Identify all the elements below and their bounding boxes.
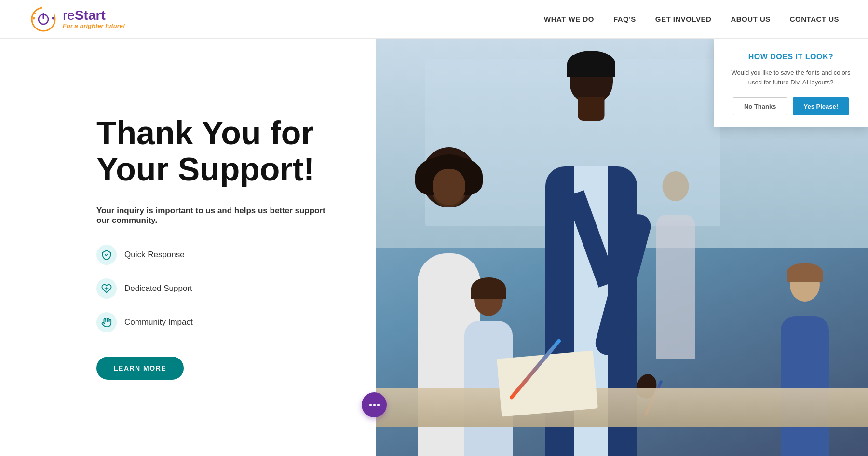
- hero-title: Thank You for Your Support!: [96, 115, 338, 187]
- svg-point-5: [52, 17, 54, 19]
- fab-dots: [369, 404, 380, 406]
- svg-point-3: [33, 17, 35, 19]
- svg-point-4: [34, 13, 36, 14]
- learn-more-button[interactable]: LEARN MORE: [96, 357, 184, 380]
- feature-quick-response: Quick Response: [96, 245, 338, 265]
- main-section: Thank You for Your Support! Your inquiry…: [0, 39, 868, 456]
- logo[interactable]: reStart For a brighter future!: [29, 5, 125, 34]
- right-image-area: HOW DOES IT LOOK? Would you like to save…: [376, 39, 868, 456]
- hand-icon: [96, 312, 117, 332]
- shield-icon: [96, 245, 117, 265]
- popup-buttons: No Thanks Yes Please!: [726, 97, 856, 115]
- popup-title: HOW DOES IT LOOK?: [726, 53, 856, 61]
- nav-about-us[interactable]: ABOUT US: [731, 15, 770, 23]
- site-header: reStart For a brighter future! WHAT WE D…: [0, 0, 868, 39]
- left-content: Thank You for Your Support! Your inquiry…: [0, 39, 376, 456]
- yes-please-button[interactable]: Yes Please!: [793, 97, 849, 115]
- logo-name: reStart: [63, 9, 125, 22]
- no-thanks-button[interactable]: No Thanks: [733, 97, 787, 115]
- hero-subtitle: Your inquiry is important to us and help…: [96, 206, 338, 225]
- feature-dedicated-support: Dedicated Support: [96, 278, 338, 299]
- fab-dot-3: [377, 404, 380, 406]
- nav-what-we-do[interactable]: WHAT WE DO: [544, 15, 594, 23]
- svg-point-0: [32, 8, 55, 31]
- fab-dot-2: [373, 404, 376, 406]
- feature-dedicated-support-label: Dedicated Support: [124, 284, 192, 293]
- logo-icon: [29, 5, 58, 34]
- heart-icon: [96, 278, 117, 299]
- fab-button[interactable]: [362, 392, 387, 417]
- feature-quick-response-label: Quick Response: [124, 250, 185, 260]
- divi-popup: HOW DOES IT LOOK? Would you like to save…: [714, 39, 868, 127]
- nav-faqs[interactable]: FAQ'S: [613, 15, 636, 23]
- nav-contact-us[interactable]: CONTACT US: [790, 15, 839, 23]
- feature-community-impact-label: Community Impact: [124, 318, 193, 327]
- feature-community-impact: Community Impact: [96, 312, 338, 332]
- main-nav: WHAT WE DO FAQ'S GET INVOLVED ABOUT US C…: [544, 15, 839, 23]
- logo-tagline: For a brighter future!: [63, 22, 125, 29]
- popup-description: Would you like to save the fonts and col…: [726, 68, 856, 87]
- logo-text: reStart For a brighter future!: [63, 9, 125, 29]
- nav-get-involved[interactable]: GET INVOLVED: [655, 15, 712, 23]
- feature-list: Quick Response Dedicated Support: [96, 245, 338, 332]
- fab-dot-1: [369, 404, 372, 406]
